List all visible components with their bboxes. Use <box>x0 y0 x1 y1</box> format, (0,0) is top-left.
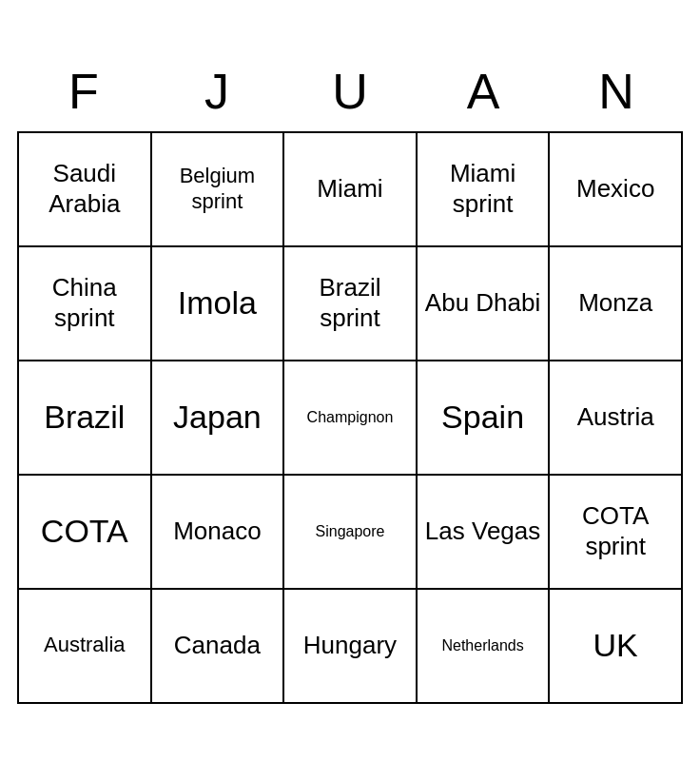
header-letter-f: F <box>17 57 150 127</box>
bingo-cell-2-4: Austria <box>550 361 683 476</box>
bingo-cell-1-3: Abu Dhabi <box>418 247 551 361</box>
cell-text-1-0: China sprint <box>23 273 146 332</box>
bingo-cell-0-1: Belgium sprint <box>152 133 285 247</box>
cell-text-0-3: Miami sprint <box>421 159 545 218</box>
cell-text-0-1: Belgium sprint <box>156 164 280 214</box>
bingo-cell-4-2: Hungary <box>284 590 418 704</box>
cell-text-0-4: Mexico <box>576 174 654 204</box>
bingo-cell-2-1: Japan <box>152 361 285 476</box>
bingo-cell-3-2: Singapore <box>284 476 418 590</box>
bingo-cell-4-3: Netherlands <box>418 590 551 704</box>
bingo-row-4: AustraliaCanadaHungaryNetherlandsUK <box>19 590 683 704</box>
bingo-cell-0-2: Miami <box>284 133 418 247</box>
cell-text-3-3: Las Vegas <box>425 517 540 546</box>
bingo-cell-0-3: Miami sprint <box>418 133 551 247</box>
bingo-header: FJUAN <box>17 57 683 127</box>
cell-text-0-0: Saudi Arabia <box>23 159 146 218</box>
bingo-grid: Saudi ArabiaBelgium sprintMiamiMiami spr… <box>17 131 683 704</box>
bingo-cell-3-3: Las Vegas <box>418 476 551 590</box>
bingo-cell-1-1: Imola <box>152 247 285 361</box>
cell-text-1-1: Imola <box>178 283 257 322</box>
cell-text-4-3: Netherlands <box>441 636 523 654</box>
bingo-cell-4-1: Canada <box>152 590 285 704</box>
bingo-cell-1-2: Brazil sprint <box>284 247 418 361</box>
cell-text-3-0: COTA <box>41 512 128 551</box>
header-letter-j: J <box>150 57 283 127</box>
bingo-board: FJUAN Saudi ArabiaBelgium sprintMiamiMia… <box>17 57 683 703</box>
cell-text-1-4: Monza <box>578 288 652 318</box>
bingo-row-0: Saudi ArabiaBelgium sprintMiamiMiami spr… <box>19 133 683 247</box>
bingo-cell-3-0: COTA <box>19 476 152 590</box>
cell-text-2-2: Champignon <box>307 408 394 426</box>
cell-text-0-2: Miami <box>317 174 382 204</box>
bingo-cell-2-2: Champignon <box>284 361 418 476</box>
bingo-row-3: COTAMonacoSingaporeLas VegasCOTA sprint <box>19 476 683 590</box>
header-letter-a: A <box>417 57 550 127</box>
bingo-cell-4-4: UK <box>550 590 683 704</box>
cell-text-1-3: Abu Dhabi <box>425 288 540 318</box>
cell-text-4-0: Australia <box>44 633 126 657</box>
cell-text-3-2: Singapore <box>316 522 385 540</box>
bingo-cell-4-0: Australia <box>19 590 152 704</box>
header-letter-u: U <box>283 57 417 127</box>
cell-text-4-1: Canada <box>174 631 261 660</box>
cell-text-4-2: Hungary <box>303 631 397 660</box>
cell-text-2-4: Austria <box>577 402 654 432</box>
bingo-cell-0-0: Saudi Arabia <box>19 133 152 247</box>
cell-text-2-0: Brazil <box>44 398 125 437</box>
cell-text-3-4: COTA sprint <box>554 501 677 560</box>
bingo-cell-3-1: Monaco <box>152 476 285 590</box>
cell-text-3-1: Monaco <box>173 517 262 546</box>
bingo-cell-1-0: China sprint <box>19 247 152 361</box>
header-letter-n: N <box>550 57 683 127</box>
bingo-cell-2-0: Brazil <box>19 361 152 476</box>
cell-text-4-4: UK <box>593 626 638 665</box>
cell-text-2-3: Spain <box>441 398 524 437</box>
bingo-row-1: China sprintImolaBrazil sprintAbu DhabiM… <box>19 247 683 361</box>
cell-text-1-2: Brazil sprint <box>288 273 412 332</box>
bingo-cell-3-4: COTA sprint <box>550 476 683 590</box>
bingo-cell-1-4: Monza <box>550 247 683 361</box>
bingo-cell-2-3: Spain <box>418 361 551 476</box>
bingo-cell-0-4: Mexico <box>550 133 683 247</box>
bingo-row-2: BrazilJapanChampignonSpainAustria <box>19 361 683 476</box>
cell-text-2-1: Japan <box>173 398 262 437</box>
